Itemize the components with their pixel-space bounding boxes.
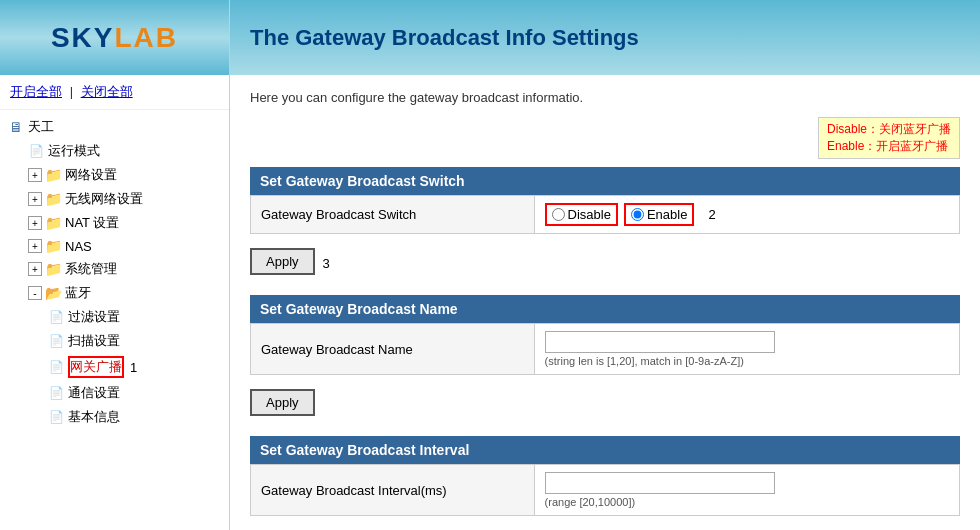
logo-lab: LAB: [115, 22, 179, 53]
tooltip-enable: Enable：开启蓝牙广播: [827, 138, 951, 155]
toggle-links: 开启全部 | 关闭全部: [0, 75, 229, 110]
page-header: The Gateway Broadcast Info Settings: [230, 0, 980, 75]
sidebar-item-guolv[interactable]: 📄 过滤设置: [0, 305, 229, 329]
doc-icon-4: 📄: [48, 359, 64, 375]
doc-icon-5: 📄: [48, 385, 64, 401]
page-title: The Gateway Broadcast Info Settings: [250, 25, 639, 51]
switch-section-header: Set Gateway Broadcast Switch: [250, 167, 960, 195]
folder-icon-4: 📁: [45, 238, 61, 254]
open-all-link[interactable]: 开启全部: [10, 84, 62, 99]
sidebar-item-lanya[interactable]: - 📂 蓝牙: [0, 281, 229, 305]
content-body: Here you can configure the gateway broad…: [230, 75, 980, 530]
sidebar-label-guolv: 过滤设置: [68, 308, 120, 326]
radio-enable[interactable]: [631, 208, 644, 221]
table-row-name: Gateway Broadcast Name (string len is [1…: [251, 324, 960, 375]
interval-section-header: Set Gateway Broadcast Interval: [250, 436, 960, 464]
sidebar-label-xitong: 系统管理: [65, 260, 117, 278]
sidebar-item-jiben[interactable]: 📄 基本信息: [0, 405, 229, 429]
main-content: The Gateway Broadcast Info Settings Here…: [230, 0, 980, 530]
name-input[interactable]: [545, 331, 775, 353]
interval-table: Gateway Broadcast Interval(ms) (range [2…: [250, 464, 960, 516]
sidebar-item-saomiao[interactable]: 📄 扫描设置: [0, 329, 229, 353]
sidebar-item-wuxian[interactable]: + 📁 无线网络设置: [0, 187, 229, 211]
expand-lanya[interactable]: -: [28, 286, 42, 300]
tooltip-disable: Disable：关闭蓝牙广播: [827, 121, 951, 138]
badge-1: 1: [130, 360, 137, 375]
switch-control: Disable Enable 2: [534, 196, 959, 234]
nav-tree: 🖥 天工 📄 运行模式 + 📁 网络设置 + 📁 无线网络设置 + 📁 NAT …: [0, 110, 229, 530]
table-row-interval: Gateway Broadcast Interval(ms) (range [2…: [251, 465, 960, 516]
expand-xitong[interactable]: +: [28, 262, 42, 276]
sidebar-label-saomiao: 扫描设置: [68, 332, 120, 350]
sidebar-item-tiangong[interactable]: 🖥 天工: [0, 115, 229, 139]
interval-hint: (range [20,10000]): [545, 496, 949, 508]
name-hint: (string len is [1,20], match in [0-9a-zA…: [545, 355, 949, 367]
logo-sky: SKY: [51, 22, 115, 53]
doc-icon-6: 📄: [48, 409, 64, 425]
sidebar-item-yunxing[interactable]: 📄 运行模式: [0, 139, 229, 163]
apply-button-2[interactable]: Apply: [250, 389, 315, 416]
radio-disable-label[interactable]: Disable: [545, 203, 618, 226]
name-table: Gateway Broadcast Name (string len is [1…: [250, 323, 960, 375]
doc-icon-2: 📄: [48, 309, 64, 325]
expand-wangluo[interactable]: +: [28, 168, 42, 182]
badge-3: 3: [323, 256, 330, 271]
folder-icon-5: 📁: [45, 261, 61, 277]
tooltip-area: Disable：关闭蓝牙广播 Enable：开启蓝牙广播: [250, 117, 960, 167]
sidebar-label-jiben: 基本信息: [68, 408, 120, 426]
sidebar: SKYLAB 开启全部 | 关闭全部 🖥 天工 📄 运行模式 + 📁 网络设置 …: [0, 0, 230, 530]
sidebar-label-tongxin: 通信设置: [68, 384, 120, 402]
sidebar-label-yunxing: 运行模式: [48, 142, 100, 160]
table-row: Gateway Broadcast Switch Disable Enable: [251, 196, 960, 234]
interval-input[interactable]: [545, 472, 775, 494]
expand-wuxian[interactable]: +: [28, 192, 42, 206]
radio-enable-text: Enable: [647, 207, 687, 222]
switch-table: Gateway Broadcast Switch Disable Enable: [250, 195, 960, 234]
folder-icon: 📁: [45, 167, 61, 183]
sidebar-item-nas[interactable]: + 📁 NAS: [0, 235, 229, 257]
name-section: Set Gateway Broadcast Name Gateway Broad…: [250, 295, 960, 426]
logo: SKYLAB: [51, 22, 178, 54]
folder-open-icon: 📂: [45, 285, 61, 301]
badge-2: 2: [708, 207, 715, 222]
computer-icon: 🖥: [8, 119, 24, 135]
sidebar-item-wangluo[interactable]: + 📁 网络设置: [0, 163, 229, 187]
radio-enable-label[interactable]: Enable: [624, 203, 694, 226]
apply-row-1: Apply 3: [250, 242, 960, 285]
doc-icon: 📄: [28, 143, 44, 159]
name-section-header: Set Gateway Broadcast Name: [250, 295, 960, 323]
interval-label: Gateway Broadcast Interval(ms): [251, 465, 535, 516]
radio-group: Disable Enable 2: [545, 203, 949, 226]
sidebar-item-xitong[interactable]: + 📁 系统管理: [0, 257, 229, 281]
interval-section: Set Gateway Broadcast Interval Gateway B…: [250, 436, 960, 516]
switch-section: Disable：关闭蓝牙广播 Enable：开启蓝牙广播 Set Gateway…: [250, 117, 960, 285]
sidebar-label-nas: NAS: [65, 239, 92, 254]
sidebar-item-wanguan[interactable]: 📄 网关广播 1: [0, 353, 229, 381]
sidebar-item-tongxin[interactable]: 📄 通信设置: [0, 381, 229, 405]
sidebar-item-nat[interactable]: + 📁 NAT 设置: [0, 211, 229, 235]
sidebar-label-wanguan: 网关广播: [70, 358, 122, 376]
name-label: Gateway Broadcast Name: [251, 324, 535, 375]
radio-disable[interactable]: [552, 208, 565, 221]
logo-area: SKYLAB: [0, 0, 229, 75]
sidebar-label-lanya: 蓝牙: [65, 284, 91, 302]
sidebar-label-tiangong: 天工: [28, 118, 54, 136]
expand-nas[interactable]: +: [28, 239, 42, 253]
sidebar-label-wuxian: 无线网络设置: [65, 190, 143, 208]
close-all-link[interactable]: 关闭全部: [81, 84, 133, 99]
interval-control: (range [20,10000]): [534, 465, 959, 516]
folder-icon-2: 📁: [45, 191, 61, 207]
wanguan-highlight: 网关广播: [68, 356, 124, 378]
expand-nat[interactable]: +: [28, 216, 42, 230]
doc-icon-3: 📄: [48, 333, 64, 349]
divider: |: [70, 84, 73, 99]
sidebar-label-nat: NAT 设置: [65, 214, 119, 232]
folder-icon-3: 📁: [45, 215, 61, 231]
radio-disable-text: Disable: [568, 207, 611, 222]
page-description: Here you can configure the gateway broad…: [250, 90, 960, 105]
name-control: (string len is [1,20], match in [0-9a-zA…: [534, 324, 959, 375]
tooltip-box: Disable：关闭蓝牙广播 Enable：开启蓝牙广播: [818, 117, 960, 159]
sidebar-label-wangluo: 网络设置: [65, 166, 117, 184]
apply-button-1[interactable]: Apply: [250, 248, 315, 275]
switch-label: Gateway Broadcast Switch: [251, 196, 535, 234]
